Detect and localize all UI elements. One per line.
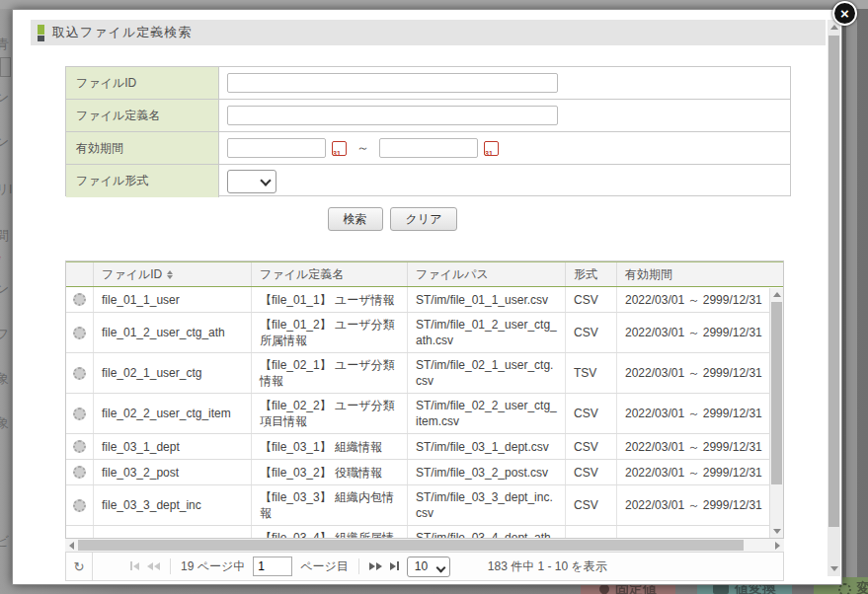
cell-file-name: 【file_03_4】 組織所属情報 [252,526,408,539]
dialog-title-bar: 取込ファイル定義検索 [31,20,826,45]
cell-file-id: file_02_2_user_ctg_item [94,394,252,433]
next-page-button[interactable] [369,562,382,570]
file-format-select[interactable] [227,170,276,193]
cell-format: CSV [566,287,617,312]
form-row-file-name: ファイル定義名 [66,100,790,132]
cell-file-path: ST/im/file_01_1_user.csv [408,287,566,312]
first-page-button[interactable] [130,561,139,570]
search-form: ファイルID ファイル定義名 有効期間 31 ～ 31 [65,66,791,196]
prev-page-button[interactable] [147,562,160,570]
background-text-fragment: 象 [0,414,12,432]
gear-icon[interactable] [73,293,86,306]
table-scrollbar-thumb[interactable] [771,302,782,484]
dialog-title: 取込ファイル定義検索 [52,24,192,41]
background-text-fragment: リl [0,181,12,198]
gear-icon[interactable] [73,327,86,339]
header-file-id[interactable]: ファイルID [94,262,252,286]
cell-file-path: ST/im/file_01_2_user_ctg_ath.csv [408,313,566,352]
table-horizontal-scrollbar[interactable] [65,539,784,552]
gear-icon[interactable] [73,408,86,420]
cell-format: CSV [566,460,617,484]
background-fragment-box [0,57,11,77]
result-table: ファイルID ファイル定義名 ファイルパス 形式 有効期間 file_01_1_… [65,260,784,539]
cell-file-path: ST/im/file_03_1_dept.csv [408,434,566,459]
cell-file-id: file_03_2_post [94,460,252,484]
cell-file-path: ST/im/file_02_2_user_ctg_item.csv [408,394,566,433]
cell-format: CSV [566,485,617,525]
table-row[interactable]: file_01_2_user_ctg_ath 【file_01_2】 ユーザ分類… [66,313,783,353]
scroll-left-icon[interactable] [65,539,78,552]
table-body: file_01_1_user 【file_01_1】 ユーザ情報 ST/im/f… [66,287,783,539]
background-text-fragment: ン [0,133,12,151]
table-row[interactable]: file_02_1_user_ctg 【file_02_1】 ユーザ分類情報 S… [66,353,783,394]
file-name-input[interactable] [227,106,558,125]
page-count-label: 19 ページ中 [181,558,245,575]
scroll-up-icon[interactable] [770,288,783,301]
table-row[interactable]: file_03_4_dept_ath 【file_03_4】 組織所属情報 ST… [66,526,783,539]
cell-file-name: 【file_03_1】 組織情報 [252,434,408,459]
background-text-fragment: 間 [0,227,12,245]
calendar-icon[interactable]: 31 [332,141,347,156]
period-from-input[interactable] [227,138,326,158]
background-text-fragment: ン [0,89,12,107]
form-row-file-format: ファイル形式 [66,165,790,197]
background-text-fragment: * [0,253,12,267]
gear-icon[interactable] [73,440,86,453]
close-button[interactable]: × [832,1,857,26]
table-row[interactable]: file_03_2_post 【file_03_2】 役職情報 ST/im/fi… [66,460,783,485]
cell-period: 2022/03/01 ～ 2999/12/31 [617,313,771,352]
background-scrollbar-hint [846,20,857,594]
dialog-scrollbar-thumb[interactable] [829,36,839,527]
file-id-input[interactable] [227,73,558,93]
cell-file-id: file_03_4_dept_ath [94,526,252,539]
table-row[interactable]: file_01_1_user 【file_01_1】 ユーザ情報 ST/im/f… [66,287,783,313]
sort-icon[interactable] [167,270,173,279]
page-size-select[interactable]: 10 [407,557,450,577]
period-to-input[interactable] [379,138,478,158]
cell-file-name: 【file_02_1】 ユーザ分類情報 [252,353,408,393]
cell-file-id: file_01_2_user_ctg_ath [94,313,252,352]
gear-icon[interactable] [73,466,86,479]
cell-file-name: 【file_01_2】 ユーザ分類所属情報 [252,313,408,352]
scroll-down-icon[interactable] [828,562,840,575]
cell-file-id: file_02_1_user_ctg [94,353,252,393]
last-page-button[interactable] [390,561,399,570]
screen: 青ンンリl間*ンフ象象ビ 固定値値変換変換 取込ファイル定義検索 ファイルID … [0,0,868,594]
value-convert-icon [713,584,729,594]
scroll-right-icon[interactable] [771,539,784,552]
table-row[interactable]: file_02_2_user_ctg_item 【file_02_2】 ユーザ分… [66,394,783,434]
cell-format: CSV [566,313,617,352]
chevron-down-icon [260,175,271,186]
background-text-fragment: ン [0,280,12,298]
calendar-icon[interactable]: 31 [484,141,499,156]
form-row-file-id: ファイルID [66,67,790,100]
cell-period: 2022/03/01 ～ 2999/12/31 [617,526,771,539]
cell-format: CSV [566,526,617,539]
hscrollbar-thumb[interactable] [78,540,744,551]
cell-file-path: ST/im/file_03_2_post.csv [408,460,566,484]
file-name-label: ファイル定義名 [66,100,219,131]
page-number-input[interactable] [253,557,292,576]
cell-format: CSV [566,434,617,459]
background-top-strip [0,0,868,9]
refresh-button[interactable]: ↻ [66,553,93,580]
cell-file-path: ST/im/file_03_3_dept_inc.csv [408,485,566,525]
gear-icon[interactable] [73,367,86,380]
search-button[interactable]: 検索 [328,207,383,231]
scroll-down-icon[interactable] [770,525,783,538]
cell-format: TSV [566,353,617,393]
background-text-fragment: 青 [0,36,12,53]
pagination-bar: ↻ 19 ページ中 ページ目 10 183 件中 1 - 10 を表示 [65,552,784,581]
cell-period: 2022/03/01 ～ 2999/12/31 [617,460,771,484]
cell-period: 2022/03/01 ～ 2999/12/31 [617,394,771,433]
gear-icon[interactable] [73,499,86,512]
table-row[interactable]: file_03_1_dept 【file_03_1】 組織情報 ST/im/fi… [66,434,783,460]
valid-period-label: 有効期間 [66,132,219,164]
table-vertical-scrollbar[interactable] [769,288,783,538]
dialog-vertical-scrollbar[interactable] [828,20,840,576]
form-row-valid-period: 有効期間 31 ～ 31 [66,132,790,165]
cell-period: 2022/03/01 ～ 2999/12/31 [617,353,771,393]
table-row[interactable]: file_03_3_dept_inc 【file_03_3】 組織内包情報 ST… [66,485,783,526]
clear-button[interactable]: クリア [390,207,458,231]
chevron-down-icon [435,562,445,572]
